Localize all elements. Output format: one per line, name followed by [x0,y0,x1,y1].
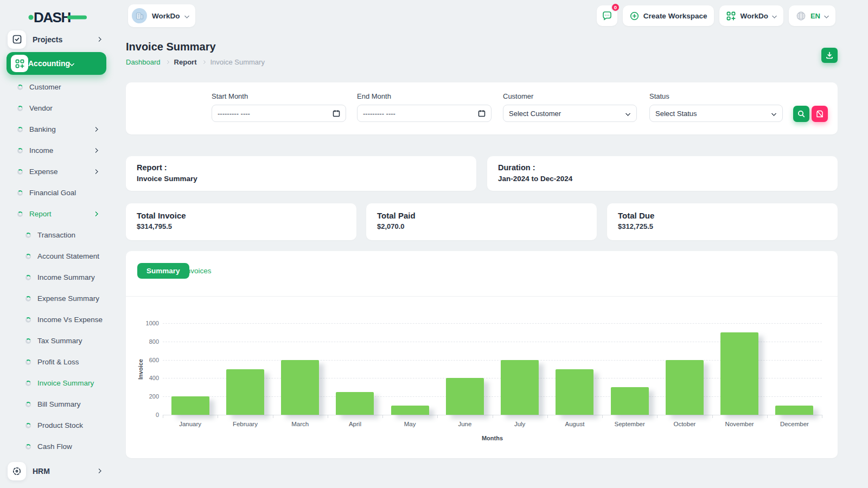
dash-logo[interactable]: DASH [28,7,88,27]
sidebar-item-vendor[interactable]: Vendor [0,98,113,119]
sidebar-item-label: Transaction [37,231,113,239]
bullet-icon [25,359,31,365]
bar-december[interactable] [775,406,813,415]
sidebar-item-report[interactable]: Report [0,203,113,224]
breadcrumb-item-dashboard[interactable]: Dashboard [126,58,161,66]
customer-select[interactable]: Select Customer [503,105,637,122]
bar-october[interactable] [666,360,704,415]
sidebar-item-account-statement[interactable]: Account Statement [0,246,113,267]
bar-march[interactable] [281,360,319,415]
report-label: Report : [137,163,465,172]
chevron-right-icon [93,148,99,153]
bar-august[interactable] [556,369,593,415]
sidebar-item-income-summary[interactable]: Income Summary [0,267,113,288]
x-tick-label: June [437,421,492,427]
status-select[interactable]: Select Status [649,105,783,122]
sidebar: DASH Projects Accounting CustomerVendorB… [0,0,113,488]
status-label: Status [649,92,783,100]
axis-tick [657,415,658,418]
tab-invoices[interactable]: Invoices [184,263,212,279]
chevron-right-icon [93,169,99,175]
bullet-icon [25,402,31,407]
customer-label: Customer [503,92,637,100]
bullet-icon [25,338,31,344]
sidebar-item-product-stock[interactable]: Product Stock [0,415,113,436]
total-card-value: $312,725.5 [618,222,827,230]
start-month-label: Start Month [212,92,346,100]
bar-may[interactable] [391,406,429,415]
sidebar-item-accounting[interactable]: Accounting [7,52,106,75]
reset-filter-button[interactable] [812,106,828,122]
sidebar-item-cash-flow[interactable]: Cash Flow [0,436,113,457]
workdo-menu-label: WorkDo [740,12,768,20]
x-tick-label: May [382,421,437,427]
bullet-icon [17,190,23,196]
bullet-icon [17,85,23,90]
sidebar-item-customer[interactable]: Customer [0,76,113,98]
language-code: EN [810,12,820,20]
sidebar-item-financial-goal[interactable]: Financial Goal [0,182,113,203]
chevron-down-icon [771,111,777,116]
y-tick-label: 800 [139,338,159,345]
end-month-input[interactable]: --------- ---- [357,105,492,122]
axis-tick [163,415,163,418]
sidebar-item-bill-summary[interactable]: Bill Summary [0,394,113,415]
sidebar-item-hrm[interactable]: HRM [0,460,113,481]
breadcrumb-item-report[interactable]: Report [174,58,197,66]
sidebar-item-income-vs-expense[interactable]: Income Vs Expense [0,309,113,330]
sidebar-item-expense-summary[interactable]: Expense Summary [0,288,113,309]
breadcrumb-item-invoice-summary: Invoice Summary [210,58,265,66]
sidebar-item-tax-summary[interactable]: Tax Summary [0,330,113,351]
status-selected-value: Select Status [655,110,772,118]
plus-circle-icon [630,11,639,21]
sidebar-item-label: Expense Summary [37,294,113,303]
clear-filter-icon [816,110,824,118]
axis-tick [273,415,273,418]
sidebar-item-projects[interactable]: Projects [0,29,113,50]
report-value: Invoice Summary [137,175,465,183]
calendar-icon [333,110,340,117]
create-workspace-button[interactable]: Create Workspace [623,5,714,26]
chevron-right-icon [97,468,102,474]
sidebar-item-expense[interactable]: Expense [0,161,113,182]
workdo-menu-button[interactable]: WorkDo [719,5,783,26]
sidebar-item-invoice-summary[interactable]: Invoice Summary [0,373,113,394]
bar-september[interactable] [611,387,649,415]
start-month-value: --------- ---- [218,110,333,118]
chevron-down-icon [69,61,75,66]
bullet-icon [17,148,23,153]
bar-june[interactable] [446,378,484,415]
start-month-input[interactable]: --------- ---- [212,105,346,122]
language-selector[interactable]: EN [789,5,835,26]
tab-summary[interactable]: Summary [137,263,189,279]
bar-february[interactable] [226,369,264,415]
bar-july[interactable] [501,360,539,415]
y-tick-label: 200 [139,393,159,400]
sidebar-item-transaction[interactable]: Transaction [0,224,113,246]
axis-tick [382,415,383,418]
sidebar-item-income[interactable]: Income [0,140,113,161]
sidebar-item-banking[interactable]: Banking [0,119,113,140]
messages-button[interactable]: 0 [597,5,617,26]
download-button[interactable] [821,48,838,63]
create-workspace-label: Create Workspace [643,12,707,20]
workspace-selector[interactable]: WorkDo [128,4,195,27]
sidebar-item-profit-loss[interactable]: Profit & Loss [0,351,113,373]
sidebar-item-label: Vendor [29,104,113,112]
sidebar-item-label: Accounting [28,59,70,68]
sidebar-item-label: Income Vs Expense [37,316,113,324]
breadcrumb-separator-icon [201,60,205,64]
bar-november[interactable] [720,332,758,415]
accounting-grid-icon [11,55,28,72]
search-button[interactable] [793,106,809,122]
bar-january[interactable] [171,396,209,415]
bar-april[interactable] [336,392,374,415]
x-tick-label: November [712,421,767,427]
axis-tick [437,415,438,418]
chevron-down-icon [771,13,777,18]
calendar-icon [478,110,486,117]
bullet-icon [17,106,23,111]
y-axis-title: Invoice [137,359,144,380]
sidebar-item-label: Invoice Summary [37,379,113,387]
sidebar-item-label: Tax Summary [37,337,113,345]
